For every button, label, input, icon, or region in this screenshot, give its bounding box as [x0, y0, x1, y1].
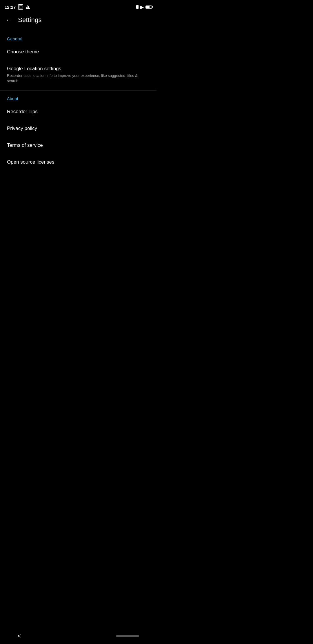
open-source-title: Open source licenses: [7, 159, 150, 165]
status-time: 12:27: [5, 5, 16, 10]
settings-item-open-source[interactable]: Open source licenses: [0, 154, 156, 171]
status-bar: 12:27 ▶: [0, 0, 156, 13]
status-left: 12:27: [5, 4, 30, 10]
privacy-policy-title: Privacy policy: [7, 125, 150, 132]
section-header-general: General: [0, 32, 156, 44]
settings-item-terms-of-service[interactable]: Terms of service: [0, 137, 156, 154]
settings-item-choose-theme[interactable]: Choose theme: [0, 44, 156, 60]
vibrate-icon: [136, 5, 139, 9]
settings-item-google-location[interactable]: Google Location settings Recorder uses l…: [0, 60, 156, 89]
recorder-status-icon: [18, 4, 23, 10]
terms-of-service-title: Terms of service: [7, 142, 150, 149]
back-button[interactable]: ←: [5, 15, 13, 25]
status-right: ▶: [136, 4, 152, 10]
page-title: Settings: [18, 16, 42, 24]
battery-icon: [145, 6, 152, 9]
top-bar: ← Settings: [0, 13, 156, 30]
settings-content: General Choose theme Google Location set…: [0, 30, 156, 173]
choose-theme-title: Choose theme: [7, 49, 150, 55]
back-arrow-icon: ←: [6, 16, 12, 23]
section-header-about: About: [0, 92, 156, 103]
wifi-icon: ▶: [140, 4, 144, 10]
warning-icon: [26, 5, 30, 9]
section-divider: [0, 90, 156, 91]
google-location-subtitle: Recorder uses location info to improve y…: [7, 73, 150, 84]
settings-item-recorder-tips[interactable]: Recorder Tips: [0, 103, 156, 120]
battery-fill: [146, 6, 150, 8]
google-location-title: Google Location settings: [7, 66, 150, 72]
settings-item-privacy-policy[interactable]: Privacy policy: [0, 120, 156, 137]
recorder-tips-title: Recorder Tips: [7, 108, 150, 115]
